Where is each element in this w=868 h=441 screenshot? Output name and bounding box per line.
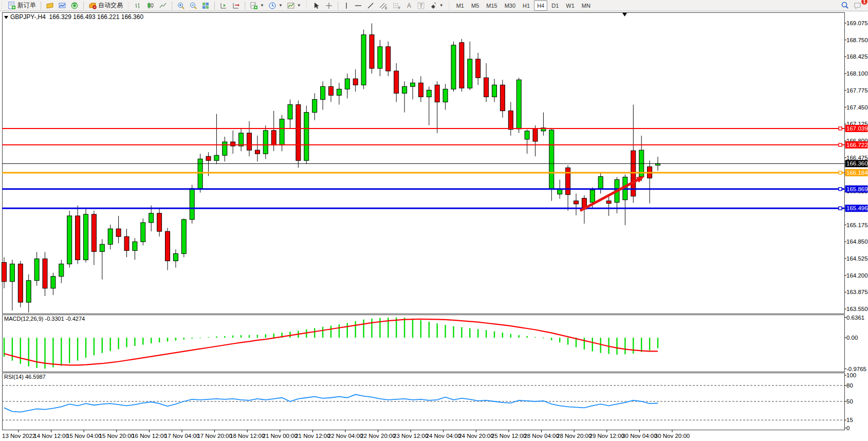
time-axis-label[interactable]: 16 Nov 12:00 [132,433,167,439]
time-axis-label[interactable]: 24 Nov 20:00 [458,433,493,439]
fibonacci-tool-button[interactable]: F [390,0,403,11]
time-axis-label[interactable]: 29 Nov 12:00 [589,433,624,439]
price-axis-tick-label[interactable]: 169.075 [846,20,868,26]
timeframe-button-m1[interactable]: M1 [453,0,467,11]
timeframe-button-m5[interactable]: M5 [468,0,482,11]
rsi-axis-tick-label: 50 [846,398,853,405]
price-axis-tick-label[interactable]: 168.750 [846,37,868,43]
macd-histogram-bar [379,318,380,338]
time-axis-label[interactable]: 18 Nov 12:00 [230,433,265,439]
line-anchor-handle[interactable] [839,188,842,191]
candle-bull [558,190,562,194]
timeframe-button-m15[interactable]: M15 [483,0,500,11]
tile-windows-button[interactable] [199,0,212,11]
toolbar-separator [41,2,41,10]
candle-bear [459,43,464,88]
arrows-tool-button[interactable]: ▼ [427,0,446,11]
macd-histogram-bar [616,338,617,355]
chart-shift-button[interactable] [217,0,230,11]
timeframe-button-h4[interactable]: H4 [534,0,547,11]
data-feed-button[interactable] [68,0,81,11]
toolbar-drag-handle[interactable] [448,2,450,10]
timeframe-button-d1[interactable]: D1 [548,0,562,11]
price-axis-tick-label[interactable]: 168.425 [846,53,868,60]
candle-bear [18,264,23,302]
line-anchor-handle[interactable] [839,127,842,130]
candle-bull [223,142,227,155]
toolbar-drag-handle[interactable] [127,2,130,10]
auto-scroll-button[interactable] [230,0,242,11]
time-axis-label[interactable]: 28 Nov 04:00 [524,433,559,439]
notifications-button[interactable]: 1 [852,0,865,11]
candlestick-mode-button[interactable] [144,0,157,11]
market-watch-button[interactable] [56,0,68,11]
time-axis-label[interactable]: 17 Nov 04:00 [164,433,199,439]
vertical-line-tool-button[interactable] [341,0,352,11]
timeframe-button-h1[interactable]: H1 [520,0,533,11]
candle-bear [386,47,391,71]
equidistant-channel-tool-button[interactable]: E [377,0,390,11]
price-axis-tick-label[interactable]: 165.175 [846,222,868,228]
time-axis-label[interactable]: 24 Nov 04:00 [426,433,461,439]
line-anchor-handle[interactable] [839,171,842,174]
time-axis-label[interactable]: 15 Nov 20:00 [99,433,134,439]
auto-trading-button[interactable]: 自动交易 [86,0,125,11]
time-axis-label[interactable]: 25 Nov 12:00 [491,433,526,439]
metaeditor-button[interactable] [44,0,56,11]
price-axis-tick-label[interactable]: 167.450 [846,104,868,111]
price-axis-tick-label[interactable]: 163.875 [846,289,868,295]
time-axis-label[interactable]: 30 Nov 04:00 [622,433,657,439]
chart-symbol-period: GBPJPY-,H4 [10,13,46,21]
zoom-out-button[interactable] [187,0,199,11]
collapse-triangle-icon[interactable] [4,16,8,19]
time-axis-label[interactable]: 30 Nov 20:00 [655,433,690,439]
cursor-tool-button[interactable] [310,0,323,11]
timeframe-button-w1[interactable]: W1 [563,0,578,11]
indicators-button[interactable]: ▼ [248,0,266,11]
time-axis-label[interactable]: 22 Nov 04:00 [328,433,363,439]
time-axis-label[interactable]: 21 Nov 12:00 [295,433,330,439]
line-anchor-handle[interactable] [839,207,842,210]
zoom-in-button[interactable] [175,0,187,11]
time-axis-label[interactable]: 28 Nov 20:00 [557,433,592,439]
horizontal-line-tool-button[interactable] [352,0,364,11]
price-axis-tick-label[interactable]: 164.525 [846,255,868,262]
time-axis-label[interactable]: 23 Nov 12:00 [393,433,428,439]
time-axis-label[interactable]: 21 Nov 00:00 [263,433,298,439]
price-axis-tick-label[interactable]: 166.475 [846,155,868,161]
price-axis-tick-label[interactable]: 164.850 [846,238,868,245]
candle-bull [108,229,113,244]
time-axis-label[interactable]: 17 Nov 20:00 [197,433,232,439]
time-axis-label[interactable]: 15 Nov 04:00 [66,433,101,439]
templates-button[interactable]: ▼ [285,0,303,11]
text-tool-button[interactable]: A [403,0,415,11]
new-order-button[interactable]: 新订单 [6,0,38,11]
crosshair-tool-button[interactable] [323,0,335,11]
candle-bull [149,213,154,223]
timeframe-button-m30[interactable]: M30 [502,0,519,11]
chart-canvas[interactable]: 169.075168.750168.425168.100167.775167.4… [0,0,868,441]
time-axis-label[interactable]: 22 Nov 20:00 [360,433,395,439]
bar-chart-mode-button[interactable] [132,0,144,11]
line-anchor-handle[interactable] [839,143,842,146]
periods-button[interactable]: ▼ [266,0,285,11]
timeframe-button-mn[interactable]: MN [579,0,594,11]
toolbar-drag-handle[interactable] [1,2,3,10]
candle-bear [2,263,7,282]
candle-bear [91,214,96,251]
macd-histogram-bar [142,338,143,345]
line-chart-mode-button[interactable] [157,0,169,11]
trendline-tool-button[interactable] [364,0,377,11]
time-axis-label[interactable]: 13 Nov 2022 [2,433,35,439]
price-line-label-text: 165.869 [846,186,868,192]
toolbar-drag-handle[interactable] [306,2,308,10]
text-label-tool-button[interactable]: T [415,0,427,11]
time-axis-label[interactable]: 14 Nov 12:00 [33,433,68,439]
price-axis-tick-label[interactable]: 168.100 [846,70,868,77]
candle-bear [606,201,611,204]
price-axis-tick-label[interactable]: 167.775 [846,87,868,94]
price-axis-tick-label[interactable]: 164.200 [846,272,868,279]
price-axis-tick-label[interactable]: 163.550 [846,306,868,312]
search-button[interactable] [838,0,852,11]
candle-bear [43,259,47,288]
